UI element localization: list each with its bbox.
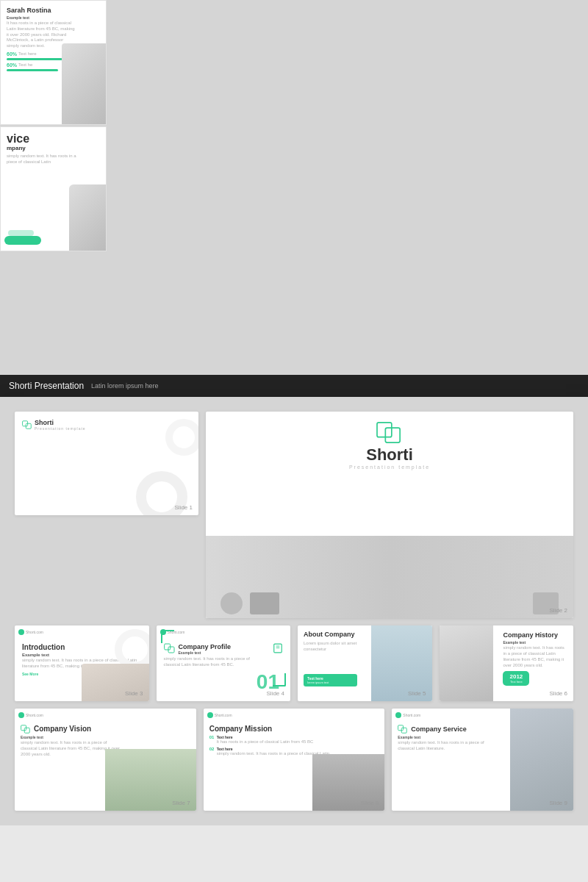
slide-num-history: Slide 6 — [550, 690, 567, 697]
main-logo-icon — [375, 420, 404, 445]
service-content: Shorti.com Company Service Example text … — [392, 709, 573, 811]
service-website: Shorti.com — [395, 712, 420, 718]
row3: Shorti.com Company Vision Example text s… — [15, 709, 573, 811]
slide-vision-thumb[interactable]: Shorti.com Company Vision Example text s… — [15, 709, 196, 811]
service-title: Company Service — [411, 725, 467, 733]
sarah-slide[interactable]: Sarah Rostina Example text It has roots … — [0, 0, 107, 125]
slide-introduction-thumb[interactable]: Shorti.com Introduction Example text sim… — [15, 625, 149, 701]
company-image-left — [69, 184, 106, 251]
slide-profile-thumb[interactable]: Shorti.com Company Profile Example text — [157, 625, 291, 701]
mbody1-label: It has roots in a piece of clasical Lati… — [217, 739, 314, 745]
slide-num-mission: Slide 8 — [361, 800, 379, 806]
text2: Text he — [18, 62, 32, 68]
slide-num-intro: Slide 3 — [125, 690, 143, 697]
profile-logo-icon — [164, 643, 176, 653]
title-main-content: Shorti Presentation template Slide 2 — [206, 412, 573, 618]
cover-tagline: Presentation template — [35, 426, 86, 431]
svg-rect-8 — [385, 428, 400, 442]
presentation-title: Shorti Presentation — [9, 381, 84, 391]
pct1: 60% — [7, 51, 17, 57]
vision-dot — [18, 712, 24, 718]
profile-title: Company Profile — [179, 643, 232, 650]
mission-content: Shorti.com Company Mission 01 Text here … — [204, 709, 385, 811]
profile-header: Company Profile Example text — [164, 643, 284, 655]
history-body-thumb: simply random text. It has roots in a pi… — [503, 645, 567, 668]
service-dot — [395, 712, 401, 718]
slide-num-service: Slide 9 — [550, 800, 567, 806]
slide-num-2: Slide 2 — [550, 607, 567, 614]
vision-example: Example text — [21, 735, 190, 739]
about-content: About Company Lorem ipsum dolor sit amet… — [298, 625, 432, 701]
vision-website: Shorti.com — [18, 712, 43, 718]
img-rect1 — [250, 592, 279, 614]
row2: Shorti.com Introduction Example text sim… — [15, 625, 573, 701]
main-brand-tagline: Presentation template — [349, 465, 430, 470]
mission-website: Shorti.com — [207, 712, 232, 718]
corner-br — [273, 673, 286, 686]
person-image — [62, 43, 106, 124]
presentation-sublabel: Latin lorem ipsum here — [91, 382, 159, 390]
history-year: 2012 — [507, 673, 525, 680]
vision-logo-icon — [21, 725, 31, 734]
website-label: Shorti.com — [26, 630, 43, 634]
history-year-badge: 2012 Text here — [503, 671, 529, 686]
cover-brand: Shorti — [35, 419, 86, 426]
slide-cover-thumb[interactable]: Shorti Presentation template Slide 1 — [15, 412, 198, 515]
website-dot — [18, 629, 24, 635]
m01-label: 01 — [209, 735, 215, 739]
history-title-thumb: Company History — [503, 631, 567, 639]
deco-circle-1 — [165, 419, 198, 456]
slide-num-profile: Slide 4 — [267, 690, 284, 697]
main-slide-image — [206, 536, 573, 619]
about-title: About Company — [304, 631, 359, 639]
vision-title: Company Vision — [34, 725, 91, 733]
sarah-example: Example text — [7, 15, 100, 20]
profile-content: Shorti.com Company Profile Example text — [157, 625, 291, 701]
bottom-slides-section: Shorti Presentation template Slide 1 — [0, 397, 588, 825]
book-icon — [273, 643, 283, 653]
img-circle — [220, 592, 243, 614]
intro-content: Shorti.com Introduction Example text sim… — [15, 625, 149, 701]
cover-logo: Shorti Presentation template — [22, 419, 191, 431]
slide-service-thumb[interactable]: Shorti.com Company Service Example text … — [392, 709, 573, 811]
intro-website: Shorti.com — [18, 629, 43, 635]
service-title: vice — [7, 133, 100, 145]
slide-num-about: Slide 5 — [408, 690, 426, 697]
slide-history-thumb[interactable]: Company History Example text simply rand… — [440, 625, 574, 701]
mission-dot — [207, 712, 213, 718]
about-text-box: Text here lorem ipsum text — [304, 674, 357, 686]
m02-label: 02 — [209, 747, 215, 751]
about-body: Lorem ipsum dolor sit amet consectetur — [304, 641, 359, 653]
service-logo-icon — [398, 725, 408, 734]
slide-about-thumb[interactable]: About Company Lorem ipsum dolor sit amet… — [298, 625, 432, 701]
slide-num-1: Slide 1 — [175, 504, 193, 511]
svg-rect-11 — [274, 644, 282, 653]
pct2: 60% — [7, 62, 17, 68]
slide-title-main-thumb[interactable]: Shorti Presentation template Slide 2 — [206, 412, 573, 618]
left-column: Sarah Rostina Example text It has roots … — [0, 0, 107, 397]
history-example: Example text — [503, 640, 567, 645]
mission-body-area: Company Mission 01 Text here It has root… — [209, 725, 379, 757]
cover-logo-icon — [22, 420, 32, 429]
service-slide-left[interactable]: vice mpany simply random text. It has ro… — [0, 126, 107, 251]
slide-mission-thumb[interactable]: Shorti.com Company Mission 01 Text here … — [204, 709, 385, 811]
text1: Text here — [18, 51, 37, 57]
sarah-name: Sarah Rostina — [7, 7, 100, 14]
history-year-sub: Text here — [507, 680, 525, 684]
history-photo — [440, 625, 493, 701]
profile-body: simply random text. It has roots in a pi… — [164, 656, 259, 668]
top-preview-section: Sarah Rostina Example text It has roots … — [0, 0, 588, 397]
history-right: Company History Example text simply rand… — [500, 631, 567, 686]
mission-title-thumb: Company Mission — [209, 725, 311, 733]
profile-example: Example text — [179, 650, 232, 655]
service-scissors-photo — [510, 709, 573, 811]
mission-item1: 01 Text here It has roots in a piece of … — [209, 735, 379, 745]
main-brand-name: Shorti — [366, 445, 413, 465]
presentation-label-bar: Shorti Presentation Latin lorem ipsum he… — [0, 375, 588, 397]
svg-rect-7 — [377, 423, 392, 437]
cover-content: Shorti Presentation template Slide 1 — [15, 412, 198, 515]
history-content: Company History Example text simply rand… — [440, 625, 574, 701]
vision-content: Shorti.com Company Vision Example text s… — [15, 709, 196, 811]
service-body: simply random text. It has roots in a pi… — [398, 740, 499, 752]
row1: Shorti Presentation template Slide 1 — [15, 412, 573, 618]
